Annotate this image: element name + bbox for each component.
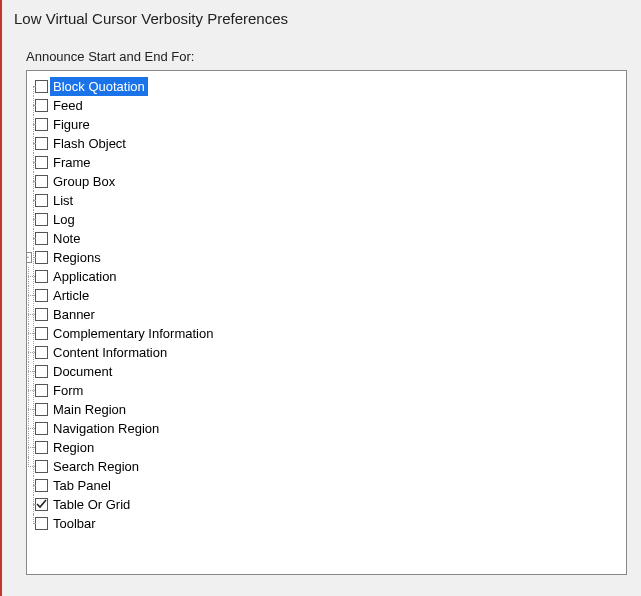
- tree-row-toolbar[interactable]: Toolbar: [35, 514, 626, 533]
- tree-row-feed[interactable]: Feed: [35, 96, 626, 115]
- tree-node-document: Document: [35, 362, 626, 381]
- tree-node-complementary-information: Complementary Information: [35, 324, 626, 343]
- tree-label-article[interactable]: Article: [50, 286, 92, 305]
- tree-row-log[interactable]: Log: [35, 210, 626, 229]
- tree-node-content-information: Content Information: [35, 343, 626, 362]
- tree-row-table-or-grid[interactable]: Table Or Grid: [35, 495, 626, 514]
- checkbox-toolbar[interactable]: [35, 517, 48, 530]
- tree-node-banner: Banner: [35, 305, 626, 324]
- announce-tree[interactable]: Block QuotationFeedFigureFlash ObjectFra…: [27, 77, 626, 533]
- tree-node-search-region: Search Region: [35, 457, 626, 476]
- checkbox-table-or-grid[interactable]: [35, 498, 48, 511]
- checkbox-document[interactable]: [35, 365, 48, 378]
- tree-row-region[interactable]: Region: [35, 438, 626, 457]
- tree-node-frame: Frame: [35, 153, 626, 172]
- tree-row-figure[interactable]: Figure: [35, 115, 626, 134]
- checkbox-group-box[interactable]: [35, 175, 48, 188]
- tree-label-complementary-information[interactable]: Complementary Information: [50, 324, 216, 343]
- tree-label-form[interactable]: Form: [50, 381, 86, 400]
- tree-node-toolbar: Toolbar: [35, 514, 626, 533]
- tree-row-flash-object[interactable]: Flash Object: [35, 134, 626, 153]
- tree-row-list[interactable]: List: [35, 191, 626, 210]
- tree-label-search-region[interactable]: Search Region: [50, 457, 142, 476]
- preferences-window: Low Virtual Cursor Verbosity Preferences…: [0, 0, 641, 596]
- tree-node-feed: Feed: [35, 96, 626, 115]
- page-title: Low Virtual Cursor Verbosity Preferences: [2, 10, 641, 27]
- tree-node-note: Note: [35, 229, 626, 248]
- tree-label-log[interactable]: Log: [50, 210, 78, 229]
- checkbox-regions[interactable]: [35, 251, 48, 264]
- expand-toggle-regions[interactable]: −: [26, 252, 32, 263]
- tree-row-tab-panel[interactable]: Tab Panel: [35, 476, 626, 495]
- tree-row-banner[interactable]: Banner: [35, 305, 626, 324]
- checkbox-content-information[interactable]: [35, 346, 48, 359]
- tree-row-block-quotation[interactable]: Block Quotation: [35, 77, 626, 96]
- tree-node-main-region: Main Region: [35, 400, 626, 419]
- tree-label-banner[interactable]: Banner: [50, 305, 98, 324]
- tree-label-main-region[interactable]: Main Region: [50, 400, 129, 419]
- checkbox-figure[interactable]: [35, 118, 48, 131]
- tree-label-navigation-region[interactable]: Navigation Region: [50, 419, 162, 438]
- checkbox-note[interactable]: [35, 232, 48, 245]
- tree-row-complementary-information[interactable]: Complementary Information: [35, 324, 626, 343]
- tree-label-toolbar[interactable]: Toolbar: [50, 514, 99, 533]
- tree-label-group-box[interactable]: Group Box: [50, 172, 118, 191]
- tree-row-search-region[interactable]: Search Region: [35, 457, 626, 476]
- tree-node-list: List: [35, 191, 626, 210]
- tree-label-frame[interactable]: Frame: [50, 153, 94, 172]
- checkbox-main-region[interactable]: [35, 403, 48, 416]
- tree-row-navigation-region[interactable]: Navigation Region: [35, 419, 626, 438]
- tree-row-note[interactable]: Note: [35, 229, 626, 248]
- checkbox-list[interactable]: [35, 194, 48, 207]
- tree-row-form[interactable]: Form: [35, 381, 626, 400]
- tree-label-regions[interactable]: Regions: [50, 248, 104, 267]
- tree-row-regions[interactable]: −Regions: [35, 248, 626, 267]
- tree-label-block-quotation[interactable]: Block Quotation: [50, 77, 148, 96]
- tree-row-group-box[interactable]: Group Box: [35, 172, 626, 191]
- tree-node-application: Application: [35, 267, 626, 286]
- checkbox-log[interactable]: [35, 213, 48, 226]
- tree-label-table-or-grid[interactable]: Table Or Grid: [50, 495, 133, 514]
- tree-label-note[interactable]: Note: [50, 229, 83, 248]
- tree-node-article: Article: [35, 286, 626, 305]
- checkbox-frame[interactable]: [35, 156, 48, 169]
- tree-label-list[interactable]: List: [50, 191, 76, 210]
- tree-node-navigation-region: Navigation Region: [35, 419, 626, 438]
- tree-node-form: Form: [35, 381, 626, 400]
- tree-label-tab-panel[interactable]: Tab Panel: [50, 476, 114, 495]
- tree-label-content-information[interactable]: Content Information: [50, 343, 170, 362]
- tree-row-application[interactable]: Application: [35, 267, 626, 286]
- checkbox-form[interactable]: [35, 384, 48, 397]
- tree-label-document[interactable]: Document: [50, 362, 115, 381]
- tree-row-content-information[interactable]: Content Information: [35, 343, 626, 362]
- tree-node-block-quotation: Block Quotation: [35, 77, 626, 96]
- checkbox-article[interactable]: [35, 289, 48, 302]
- checkbox-banner[interactable]: [35, 308, 48, 321]
- checkbox-block-quotation[interactable]: [35, 80, 48, 93]
- checkbox-search-region[interactable]: [35, 460, 48, 473]
- checkbox-navigation-region[interactable]: [35, 422, 48, 435]
- tree-children-regions: ApplicationArticleBannerComplementary In…: [35, 267, 626, 476]
- tree-row-frame[interactable]: Frame: [35, 153, 626, 172]
- section-label: Announce Start and End For:: [2, 27, 641, 68]
- tree-label-region[interactable]: Region: [50, 438, 97, 457]
- tree-node-region: Region: [35, 438, 626, 457]
- checkbox-feed[interactable]: [35, 99, 48, 112]
- tree-row-main-region[interactable]: Main Region: [35, 400, 626, 419]
- tree-node-figure: Figure: [35, 115, 626, 134]
- tree-row-article[interactable]: Article: [35, 286, 626, 305]
- tree-label-application[interactable]: Application: [50, 267, 120, 286]
- tree-label-feed[interactable]: Feed: [50, 96, 86, 115]
- tree-node-log: Log: [35, 210, 626, 229]
- checkbox-tab-panel[interactable]: [35, 479, 48, 492]
- announce-tree-panel: Block QuotationFeedFigureFlash ObjectFra…: [26, 70, 627, 575]
- checkbox-region[interactable]: [35, 441, 48, 454]
- tree-node-tab-panel: Tab Panel: [35, 476, 626, 495]
- checkbox-complementary-information[interactable]: [35, 327, 48, 340]
- tree-label-figure[interactable]: Figure: [50, 115, 93, 134]
- tree-label-flash-object[interactable]: Flash Object: [50, 134, 129, 153]
- tree-node-flash-object: Flash Object: [35, 134, 626, 153]
- tree-row-document[interactable]: Document: [35, 362, 626, 381]
- checkbox-application[interactable]: [35, 270, 48, 283]
- checkbox-flash-object[interactable]: [35, 137, 48, 150]
